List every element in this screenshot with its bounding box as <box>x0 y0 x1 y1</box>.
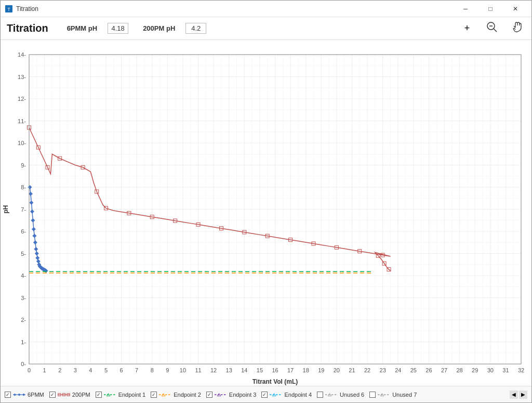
legend-item-unused7[interactable]: Unused 7 <box>369 392 417 398</box>
svg-text:1-: 1- <box>21 339 26 345</box>
close-button[interactable]: ✕ <box>503 1 527 17</box>
legend-label-ep1: Endpoint 1 <box>118 392 146 398</box>
page-title: Titration <box>7 22 48 34</box>
svg-marker-199 <box>18 393 20 396</box>
main-window: T Titration ─ □ ✕ Titration 6PMM pH 4.18… <box>0 0 532 403</box>
legend-label-unused6: Unused 6 <box>340 392 364 398</box>
legend-item-unused6[interactable]: Unused 6 <box>317 392 364 398</box>
svg-marker-200 <box>22 393 25 396</box>
ph2-label: 200PM pH <box>143 24 175 32</box>
svg-text:11: 11 <box>195 367 201 373</box>
svg-text:6: 6 <box>120 367 123 373</box>
svg-text:13-: 13- <box>18 74 26 80</box>
legend-item-200pm[interactable]: 200PM <box>49 392 90 398</box>
legend-label-200pm: 200PM <box>72 392 90 398</box>
legend-bar: 6PMM200PMEndpoint 1Endpoint 2Endpoint 3E… <box>1 386 531 402</box>
svg-text:29: 29 <box>472 367 478 373</box>
title-bar: T Titration ─ □ ✕ <box>1 1 531 17</box>
svg-text:17: 17 <box>287 367 294 373</box>
svg-text:21: 21 <box>349 367 355 373</box>
window-controls: ─ □ ✕ <box>454 1 527 17</box>
svg-text:3-: 3- <box>21 295 26 301</box>
svg-text:25: 25 <box>410 367 417 373</box>
title-bar-text: Titration <box>16 5 454 12</box>
app-icon: T <box>5 5 13 13</box>
ph1-label: 6PMM pH <box>67 24 98 32</box>
legend-line-ep3 <box>215 392 227 397</box>
svg-line-3 <box>494 29 497 32</box>
svg-text:20: 20 <box>334 367 340 373</box>
minimize-button[interactable]: ─ <box>454 1 477 17</box>
legend-item-ep2[interactable]: Endpoint 2 <box>151 392 201 398</box>
svg-text:12: 12 <box>210 367 217 373</box>
legend-checkbox-ep1[interactable] <box>96 392 102 398</box>
svg-text:14-: 14- <box>18 51 26 58</box>
svg-text:22: 22 <box>364 367 370 373</box>
zoom-icon <box>486 21 498 35</box>
hand-icon <box>511 21 523 35</box>
legend-nav: ◀▶ <box>510 391 527 399</box>
svg-text:5-: 5- <box>21 251 26 257</box>
svg-text:10-: 10- <box>18 140 26 146</box>
svg-text:13: 13 <box>226 367 232 373</box>
svg-text:23: 23 <box>380 367 386 373</box>
add-button[interactable]: + <box>459 20 475 37</box>
svg-text:0: 0 <box>28 367 31 373</box>
legend-checkbox-200pm[interactable] <box>49 392 56 398</box>
svg-text:8-: 8- <box>21 184 26 190</box>
legend-item-6pmm[interactable]: 6PMM <box>5 392 44 398</box>
toolbar: Titration 6PMM pH 4.18 200PM pH 4.2 + <box>1 17 531 40</box>
svg-text:7-: 7- <box>21 206 26 213</box>
hand-button[interactable] <box>509 20 525 37</box>
legend-checkbox-unused6[interactable] <box>317 392 323 398</box>
svg-text:5: 5 <box>104 367 108 373</box>
legend-label-ep4: Endpoint 4 <box>284 392 312 398</box>
svg-text:30: 30 <box>487 367 494 373</box>
ph2-value: 4.2 <box>185 23 206 34</box>
svg-text:18: 18 <box>303 367 309 373</box>
svg-text:11-: 11- <box>18 118 26 124</box>
svg-text:26: 26 <box>425 367 432 373</box>
svg-text:27: 27 <box>441 367 447 373</box>
svg-text:12-: 12- <box>18 96 26 102</box>
ph1-value: 4.18 <box>108 23 128 34</box>
legend-checkbox-6pmm[interactable] <box>5 392 11 398</box>
legend-line-ep2 <box>159 392 171 397</box>
legend-checkbox-ep3[interactable] <box>206 392 212 398</box>
legend-item-ep1[interactable]: Endpoint 1 <box>96 392 146 398</box>
legend-line-unused7 <box>378 392 390 397</box>
svg-text:1: 1 <box>43 367 46 373</box>
legend-checkbox-ep4[interactable] <box>261 392 268 398</box>
svg-marker-198 <box>14 393 16 396</box>
legend-line-ep1 <box>104 392 116 397</box>
add-icon: + <box>464 23 470 34</box>
legend-label-ep3: Endpoint 3 <box>229 392 257 398</box>
legend-label-ep2: Endpoint 2 <box>174 392 201 398</box>
svg-text:31: 31 <box>502 367 509 373</box>
chart-container: 0-1-2-3-4-5-6-7-8-9-10-11-12-13-14-01234… <box>1 44 531 386</box>
legend-next-button[interactable]: ▶ <box>519 391 527 399</box>
legend-label-6pmm: 6PMM <box>28 392 44 398</box>
legend-line-ep4 <box>270 392 282 397</box>
svg-text:8: 8 <box>151 367 154 373</box>
legend-checkbox-ep2[interactable] <box>151 392 157 398</box>
maximize-button[interactable]: □ <box>478 1 502 17</box>
svg-text:Titrant Vol (mL): Titrant Vol (mL) <box>252 378 298 385</box>
zoom-button[interactable] <box>484 20 500 37</box>
legend-item-ep3[interactable]: Endpoint 3 <box>206 392 257 398</box>
chart-svg: 0-1-2-3-4-5-6-7-8-9-10-11-12-13-14-01234… <box>1 44 531 386</box>
svg-text:3: 3 <box>74 367 77 373</box>
legend-item-ep4[interactable]: Endpoint 4 <box>261 392 312 398</box>
chart-area: 0-1-2-3-4-5-6-7-8-9-10-11-12-13-14-01234… <box>1 40 531 386</box>
svg-text:4-: 4- <box>21 272 26 279</box>
svg-text:9-: 9- <box>21 162 26 168</box>
legend-label-unused7: Unused 7 <box>392 392 417 398</box>
legend-checkbox-unused7[interactable] <box>369 392 376 398</box>
svg-text:T: T <box>7 7 10 12</box>
svg-text:10: 10 <box>180 367 186 373</box>
svg-text:2: 2 <box>58 367 61 373</box>
svg-text:32: 32 <box>518 367 524 373</box>
svg-text:0-: 0- <box>21 361 26 367</box>
svg-text:2-: 2- <box>21 317 26 323</box>
legend-prev-button[interactable]: ◀ <box>510 391 518 399</box>
